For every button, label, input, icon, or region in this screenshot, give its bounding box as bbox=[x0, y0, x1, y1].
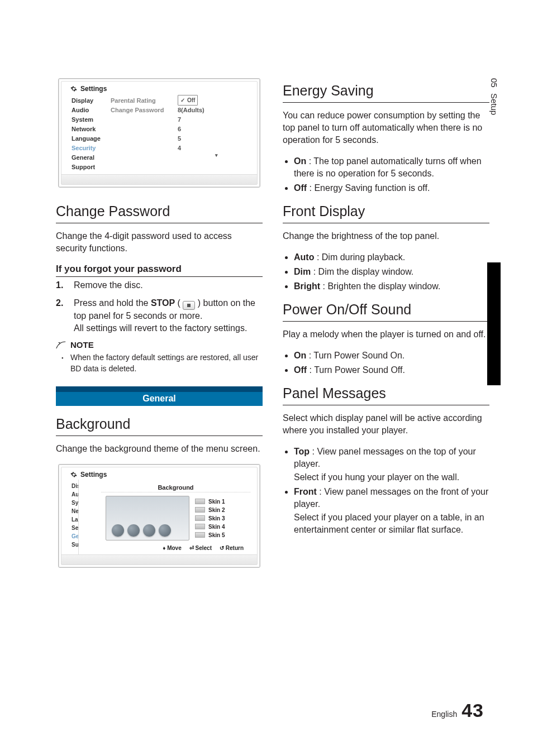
energy-off: Off : Energy Saving function is off. bbox=[294, 182, 489, 194]
rule bbox=[56, 223, 263, 223]
heading-power-sound: Power On/Off Sound bbox=[283, 302, 489, 318]
sidebar-item-system[interactable]: System bbox=[72, 115, 111, 125]
heading-panel-messages: Panel Messages bbox=[283, 385, 489, 401]
text-panel-messages: Select which display panel will be activ… bbox=[283, 412, 489, 437]
power-on: On : Turn Power Sound On. bbox=[294, 350, 489, 362]
sidebar-item-general[interactable]: General bbox=[72, 153, 111, 162]
step-1: Remove the disc. bbox=[74, 279, 263, 291]
popup-title: Background bbox=[101, 483, 250, 492]
text-power-sound: Play a melody when the player is turned … bbox=[283, 328, 489, 341]
gear-icon bbox=[70, 85, 77, 92]
skin-option-1[interactable]: Skin 1 bbox=[195, 497, 246, 506]
page-number: 43 bbox=[461, 700, 484, 721]
sidebar-item-language[interactable]: Language bbox=[72, 134, 111, 143]
heading-front-display: Front Display bbox=[283, 203, 489, 219]
text-background: Change the background theme of the menu … bbox=[56, 443, 263, 455]
skin-option-2[interactable]: Skin 2 bbox=[195, 506, 246, 514]
thumb-tab bbox=[487, 262, 501, 385]
right-column: Energy Saving You can reduce power consu… bbox=[283, 78, 489, 583]
left-column: Settings Display Audio System Network La… bbox=[56, 78, 263, 583]
hint-move: ♦ Move bbox=[163, 545, 181, 551]
heading-change-password: Change Password bbox=[56, 203, 263, 219]
text-change-password: Change the 4-digit password used to acce… bbox=[56, 230, 263, 255]
hint-select: ⏎ Select bbox=[189, 545, 212, 551]
settings-sidebar-trunc: Dis Au Sy Ne La Se Ge Su bbox=[61, 480, 78, 554]
frontdisp-bright: Bright : Brighten the display window. bbox=[294, 280, 489, 293]
panelmsg-top: Top : View panel messages on the top of … bbox=[294, 446, 489, 484]
option-7[interactable]: 7 bbox=[178, 115, 229, 125]
option-5[interactable]: 5 bbox=[178, 134, 229, 143]
option-4[interactable]: 4 bbox=[178, 143, 229, 153]
sidebar-item-support[interactable]: Support bbox=[72, 162, 111, 172]
check-icon: ✓ bbox=[180, 95, 185, 105]
settings-panel-background: Settings Dis Au Sy Ne La Se Ge Su bbox=[58, 464, 260, 568]
section-general: General bbox=[56, 386, 263, 406]
heading-background: Background bbox=[56, 416, 263, 432]
power-off: Off : Turn Power Sound Off. bbox=[294, 364, 489, 376]
skin-option-5[interactable]: Skin 5 bbox=[195, 531, 246, 539]
sidebar-item-display[interactable]: Display bbox=[72, 96, 111, 106]
stop-button-icon bbox=[183, 301, 195, 310]
energy-on: On : The top panel automatically turns o… bbox=[294, 155, 489, 180]
note-list: When the factory default settings are re… bbox=[56, 352, 263, 374]
heading-energy: Energy Saving bbox=[283, 83, 489, 99]
option-8adults[interactable]: 8(Adults) bbox=[178, 106, 229, 115]
step-2: Press and hold the STOP ( ) button on th… bbox=[74, 297, 263, 334]
settings-submenu: Parental Rating Change Password bbox=[111, 94, 178, 174]
settings-sidebar: Display Audio System Network Language Se… bbox=[61, 94, 111, 174]
page: 05 Setup Settings Display Audio System bbox=[0, 0, 533, 756]
chapter-label: Setup bbox=[487, 93, 501, 115]
note-icon bbox=[56, 341, 66, 349]
text-front-display: Change the brightness of the top panel. bbox=[283, 230, 489, 242]
chapter-tab: 05 Setup bbox=[487, 78, 501, 145]
skin-option-3[interactable]: Skin 3 bbox=[195, 514, 246, 523]
settings-panel-security: Settings Display Audio System Network La… bbox=[58, 78, 260, 188]
panelmsg-front: Front : View panel messages on the front… bbox=[294, 486, 489, 536]
option-off[interactable]: ✓Off bbox=[178, 95, 198, 106]
background-popup: Background Skin 1 Skin 2 Skin 3 bbox=[101, 483, 250, 554]
sidebar-item-network[interactable]: Network bbox=[72, 125, 111, 134]
skin-option-4[interactable]: Skin 4 bbox=[195, 523, 246, 531]
forgot-steps: 1.Remove the disc. 2. Press and hold the… bbox=[56, 279, 263, 334]
frontdisp-dim: Dim : Dim the display window. bbox=[294, 266, 489, 278]
submenu-change-password[interactable]: Change Password bbox=[111, 106, 178, 115]
note-heading: NOTE bbox=[56, 340, 263, 350]
text-energy: You can reduce power consumption by sett… bbox=[283, 109, 489, 146]
option-6[interactable]: 6 bbox=[178, 125, 229, 134]
note-item: When the factory default settings are re… bbox=[70, 352, 263, 374]
frontdisp-auto: Auto : Dim during playback. bbox=[294, 251, 489, 264]
hint-return: ↺ Return bbox=[220, 545, 244, 551]
panel-title: Settings bbox=[80, 471, 107, 479]
scroll-down-icon[interactable]: ▾ bbox=[178, 153, 229, 157]
page-footer: English 43 bbox=[431, 700, 484, 721]
sidebar-item-audio[interactable]: Audio bbox=[72, 106, 111, 115]
popup-footer: ♦ Move ⏎ Select ↺ Return bbox=[101, 543, 250, 554]
skin-preview bbox=[106, 496, 189, 540]
sidebar-item-security[interactable]: Security bbox=[72, 143, 111, 153]
gear-icon bbox=[70, 471, 77, 478]
submenu-parental-rating[interactable]: Parental Rating bbox=[111, 96, 178, 106]
panel-title: Settings bbox=[80, 85, 107, 93]
heading-forgot-password: If you forgot your password bbox=[56, 264, 263, 277]
chapter-number: 05 bbox=[487, 78, 501, 88]
skin-list: Skin 1 Skin 2 Skin 3 Skin 4 Skin 5 bbox=[195, 497, 246, 539]
rating-options: ✓Off 8(Adults) 7 6 5 4 ▾ bbox=[178, 94, 229, 174]
footer-language: English bbox=[431, 710, 457, 719]
